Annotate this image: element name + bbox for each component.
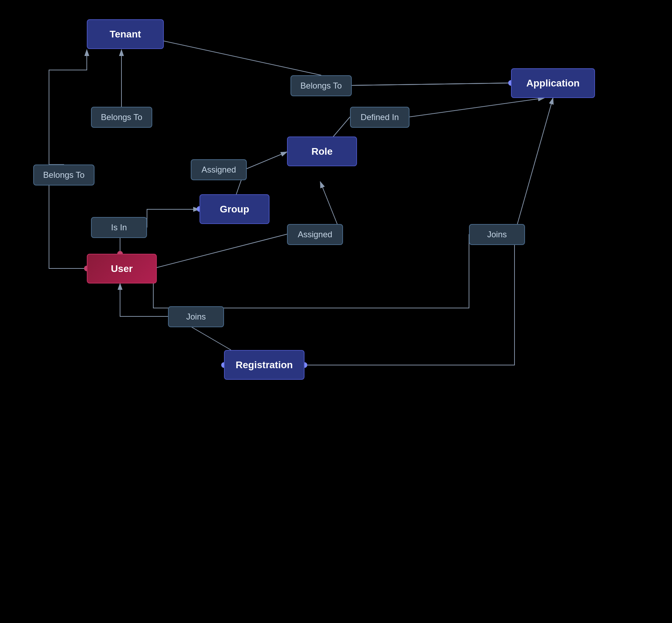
assigned-group-relation: Assigned [191, 159, 247, 180]
role-label: Role [312, 146, 333, 157]
assigned-user-relation: Assigned [287, 224, 343, 245]
user-label: User [111, 263, 133, 274]
svg-line-3 [352, 83, 511, 85]
svg-line-4 [410, 98, 544, 117]
application-node[interactable]: Application [511, 68, 595, 98]
svg-line-10 [191, 327, 231, 350]
belongs-to-left-label: Belongs To [43, 170, 84, 180]
svg-line-9 [514, 98, 553, 234]
group-node[interactable]: Group [200, 194, 270, 224]
defined-in-relation: Defined In [350, 107, 410, 128]
role-node[interactable]: Role [287, 136, 357, 166]
assigned-user-label: Assigned [298, 230, 332, 239]
belongs-to-left-relation: Belongs To [33, 164, 94, 186]
joins-right-label: Joins [487, 230, 507, 239]
tenant-node[interactable]: Tenant [87, 19, 164, 49]
svg-line-11 [352, 83, 511, 85]
joins-bottom-relation: Joins [168, 306, 224, 327]
registration-label: Registration [236, 359, 293, 371]
assigned-group-label: Assigned [202, 165, 236, 175]
belongs-to-app-label: Belongs To [300, 81, 342, 91]
registration-node[interactable]: Registration [224, 350, 304, 380]
belongs-to-tenant-label: Belongs To [101, 112, 142, 122]
svg-line-8 [153, 234, 287, 268]
tenant-label: Tenant [110, 29, 141, 40]
application-label: Application [526, 78, 580, 89]
is-in-label: Is In [111, 223, 127, 232]
defined-in-label: Defined In [360, 112, 399, 122]
joins-right-relation: Joins [469, 224, 525, 245]
diagram-container: Tenant Application Role Group User Regis… [0, 0, 672, 623]
user-node[interactable]: User [87, 254, 157, 284]
is-in-relation: Is In [91, 217, 147, 238]
belongs-to-app-relation: Belongs To [290, 75, 352, 96]
belongs-to-tenant-relation: Belongs To [91, 107, 152, 128]
joins-bottom-label: Joins [186, 312, 206, 322]
group-label: Group [220, 204, 249, 215]
